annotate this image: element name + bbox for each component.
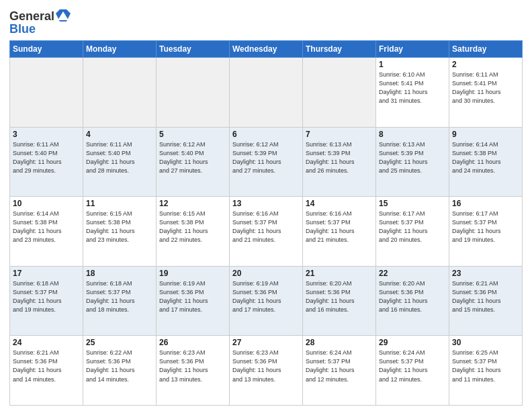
day-number: 1 xyxy=(379,60,446,69)
day-info: Sunrise: 6:10 AM Sunset: 5:41 PM Dayligh… xyxy=(379,71,446,105)
calendar-header-row: SundayMondayTuesdayWednesdayThursdayFrid… xyxy=(10,41,523,58)
calendar-cell xyxy=(157,58,230,128)
day-number: 22 xyxy=(379,269,446,278)
col-header-friday: Friday xyxy=(376,41,449,58)
day-info: Sunrise: 6:11 AM Sunset: 5:40 PM Dayligh… xyxy=(13,140,80,175)
day-number: 18 xyxy=(86,269,153,278)
calendar-cell: 23Sunrise: 6:21 AM Sunset: 5:36 PM Dayli… xyxy=(449,266,523,336)
day-info: Sunrise: 6:16 AM Sunset: 5:37 PM Dayligh… xyxy=(306,210,373,244)
day-info: Sunrise: 6:17 AM Sunset: 5:37 PM Dayligh… xyxy=(452,210,519,244)
calendar-cell: 29Sunrise: 6:24 AM Sunset: 5:37 PM Dayli… xyxy=(376,336,449,406)
day-number: 7 xyxy=(306,130,373,139)
calendar-cell: 25Sunrise: 6:22 AM Sunset: 5:36 PM Dayli… xyxy=(83,336,157,406)
day-info: Sunrise: 6:15 AM Sunset: 5:38 PM Dayligh… xyxy=(86,210,153,244)
calendar-cell: 22Sunrise: 6:20 AM Sunset: 5:36 PM Dayli… xyxy=(376,266,449,336)
calendar-cell: 6Sunrise: 6:12 AM Sunset: 5:39 PM Daylig… xyxy=(230,127,303,197)
day-number: 21 xyxy=(306,269,373,278)
col-header-tuesday: Tuesday xyxy=(157,41,230,58)
col-header-thursday: Thursday xyxy=(303,41,376,58)
day-number: 17 xyxy=(13,269,80,278)
calendar-cell: 14Sunrise: 6:16 AM Sunset: 5:37 PM Dayli… xyxy=(303,197,376,267)
day-info: Sunrise: 6:22 AM Sunset: 5:36 PM Dayligh… xyxy=(86,349,153,383)
calendar-cell: 12Sunrise: 6:15 AM Sunset: 5:38 PM Dayli… xyxy=(157,197,230,267)
calendar-cell: 4Sunrise: 6:11 AM Sunset: 5:40 PM Daylig… xyxy=(83,127,157,197)
day-number: 8 xyxy=(379,130,446,139)
calendar-cell: 16Sunrise: 6:17 AM Sunset: 5:37 PM Dayli… xyxy=(449,197,523,267)
day-info: Sunrise: 6:11 AM Sunset: 5:41 PM Dayligh… xyxy=(452,71,519,105)
logo-general-text: General xyxy=(9,9,54,24)
day-info: Sunrise: 6:18 AM Sunset: 5:37 PM Dayligh… xyxy=(86,279,153,314)
calendar-row: 17Sunrise: 6:18 AM Sunset: 5:37 PM Dayli… xyxy=(10,266,523,336)
day-number: 4 xyxy=(86,130,153,139)
day-info: Sunrise: 6:25 AM Sunset: 5:37 PM Dayligh… xyxy=(452,349,519,383)
col-header-wednesday: Wednesday xyxy=(230,41,303,58)
day-info: Sunrise: 6:14 AM Sunset: 5:38 PM Dayligh… xyxy=(13,210,80,244)
day-info: Sunrise: 6:17 AM Sunset: 5:37 PM Dayligh… xyxy=(379,210,446,244)
calendar-row: 10Sunrise: 6:14 AM Sunset: 5:38 PM Dayli… xyxy=(10,197,523,267)
day-number: 15 xyxy=(379,199,446,208)
calendar-table: SundayMondayTuesdayWednesdayThursdayFrid… xyxy=(9,40,523,406)
day-number: 26 xyxy=(159,338,226,347)
logo-triangle-icon xyxy=(56,9,71,23)
day-info: Sunrise: 6:19 AM Sunset: 5:36 PM Dayligh… xyxy=(232,279,300,314)
day-info: Sunrise: 6:12 AM Sunset: 5:40 PM Dayligh… xyxy=(159,140,226,175)
day-info: Sunrise: 6:24 AM Sunset: 5:37 PM Dayligh… xyxy=(379,349,446,383)
calendar-cell: 17Sunrise: 6:18 AM Sunset: 5:37 PM Dayli… xyxy=(10,266,83,336)
calendar-row: 1Sunrise: 6:10 AM Sunset: 5:41 PM Daylig… xyxy=(10,58,523,128)
calendar-cell: 8Sunrise: 6:13 AM Sunset: 5:39 PM Daylig… xyxy=(376,127,449,197)
day-number: 5 xyxy=(159,130,226,139)
day-number: 11 xyxy=(86,199,153,208)
day-number: 16 xyxy=(452,199,519,208)
day-info: Sunrise: 6:23 AM Sunset: 5:36 PM Dayligh… xyxy=(159,349,226,383)
day-info: Sunrise: 6:16 AM Sunset: 5:37 PM Dayligh… xyxy=(232,210,300,244)
calendar-cell xyxy=(10,58,83,128)
calendar-cell: 24Sunrise: 6:21 AM Sunset: 5:36 PM Dayli… xyxy=(10,336,83,406)
calendar-row: 24Sunrise: 6:21 AM Sunset: 5:36 PM Dayli… xyxy=(10,336,523,406)
day-info: Sunrise: 6:11 AM Sunset: 5:40 PM Dayligh… xyxy=(86,140,153,175)
day-number: 20 xyxy=(232,269,300,278)
calendar-cell: 30Sunrise: 6:25 AM Sunset: 5:37 PM Dayli… xyxy=(449,336,523,406)
calendar-cell: 3Sunrise: 6:11 AM Sunset: 5:40 PM Daylig… xyxy=(10,127,83,197)
col-header-saturday: Saturday xyxy=(449,41,523,58)
day-info: Sunrise: 6:21 AM Sunset: 5:36 PM Dayligh… xyxy=(13,349,80,383)
day-number: 28 xyxy=(306,338,373,347)
calendar-cell: 2Sunrise: 6:11 AM Sunset: 5:41 PM Daylig… xyxy=(449,58,523,128)
logo: General Blue xyxy=(9,9,71,36)
calendar-cell: 13Sunrise: 6:16 AM Sunset: 5:37 PM Dayli… xyxy=(230,197,303,267)
day-number: 6 xyxy=(232,130,300,139)
day-number: 19 xyxy=(159,269,226,278)
calendar-cell: 20Sunrise: 6:19 AM Sunset: 5:36 PM Dayli… xyxy=(230,266,303,336)
day-number: 27 xyxy=(232,338,300,347)
day-info: Sunrise: 6:18 AM Sunset: 5:37 PM Dayligh… xyxy=(13,279,80,314)
day-number: 23 xyxy=(452,269,519,278)
day-info: Sunrise: 6:21 AM Sunset: 5:36 PM Dayligh… xyxy=(452,279,519,314)
day-info: Sunrise: 6:19 AM Sunset: 5:36 PM Dayligh… xyxy=(159,279,226,314)
calendar-cell: 1Sunrise: 6:10 AM Sunset: 5:41 PM Daylig… xyxy=(376,58,449,128)
calendar-cell: 15Sunrise: 6:17 AM Sunset: 5:37 PM Dayli… xyxy=(376,197,449,267)
day-info: Sunrise: 6:12 AM Sunset: 5:39 PM Dayligh… xyxy=(232,140,300,175)
day-number: 3 xyxy=(13,130,80,139)
day-number: 24 xyxy=(13,338,80,347)
day-info: Sunrise: 6:13 AM Sunset: 5:39 PM Dayligh… xyxy=(379,140,446,175)
calendar-cell: 5Sunrise: 6:12 AM Sunset: 5:40 PM Daylig… xyxy=(157,127,230,197)
day-number: 13 xyxy=(232,199,300,208)
calendar-cell xyxy=(83,58,157,128)
day-info: Sunrise: 6:15 AM Sunset: 5:38 PM Dayligh… xyxy=(159,210,226,244)
day-info: Sunrise: 6:14 AM Sunset: 5:38 PM Dayligh… xyxy=(452,140,519,175)
day-number: 30 xyxy=(452,338,519,347)
day-number: 25 xyxy=(86,338,153,347)
day-info: Sunrise: 6:20 AM Sunset: 5:36 PM Dayligh… xyxy=(379,279,446,314)
header: General Blue xyxy=(9,7,523,36)
calendar-cell: 10Sunrise: 6:14 AM Sunset: 5:38 PM Dayli… xyxy=(10,197,83,267)
day-info: Sunrise: 6:23 AM Sunset: 5:36 PM Dayligh… xyxy=(232,349,300,383)
calendar-row: 3Sunrise: 6:11 AM Sunset: 5:40 PM Daylig… xyxy=(10,127,523,197)
calendar-cell: 19Sunrise: 6:19 AM Sunset: 5:36 PM Dayli… xyxy=(157,266,230,336)
day-info: Sunrise: 6:13 AM Sunset: 5:39 PM Dayligh… xyxy=(306,140,373,175)
calendar-cell: 21Sunrise: 6:20 AM Sunset: 5:36 PM Dayli… xyxy=(303,266,376,336)
day-number: 14 xyxy=(306,199,373,208)
day-number: 12 xyxy=(159,199,226,208)
day-info: Sunrise: 6:20 AM Sunset: 5:36 PM Dayligh… xyxy=(306,279,373,314)
calendar-cell: 7Sunrise: 6:13 AM Sunset: 5:39 PM Daylig… xyxy=(303,127,376,197)
day-number: 2 xyxy=(452,60,519,69)
day-number: 10 xyxy=(13,199,80,208)
